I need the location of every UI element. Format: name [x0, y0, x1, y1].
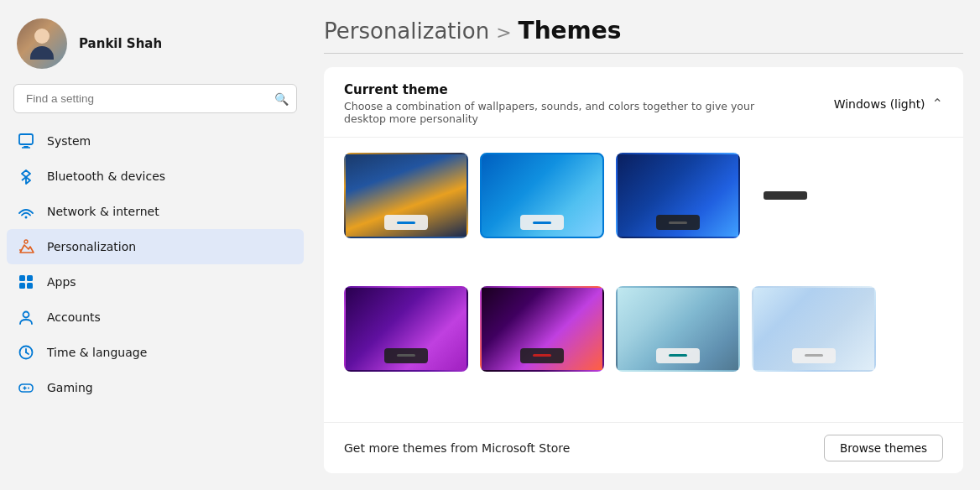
bottom-bar: Get more themes from Microsoft Store Bro…: [324, 422, 963, 473]
user-section: Pankil Shah: [0, 0, 310, 84]
sidebar-item-accounts[interactable]: Accounts: [7, 300, 304, 335]
chevron-up-icon: ⌃: [932, 96, 943, 112]
svg-point-18: [28, 388, 29, 389]
accounts-icon: [17, 308, 35, 326]
svg-line-14: [26, 352, 29, 354]
theme-card-1[interactable]: [344, 153, 468, 238]
sidebar-label-personalization: Personalization: [47, 240, 136, 253]
minibar-dash-3: [669, 222, 687, 224]
breadcrumb: Personalization > Themes: [324, 17, 963, 44]
browse-themes-button[interactable]: Browse themes: [824, 435, 943, 461]
network-icon: [17, 202, 35, 221]
theme-card-4[interactable]: [344, 286, 468, 372]
theme-card-2[interactable]: [480, 153, 604, 238]
svg-rect-0: [19, 134, 33, 144]
theme-minibar-3: [656, 215, 700, 230]
theme-placeholder: [752, 153, 819, 238]
sidebar-item-personalization[interactable]: Personalization: [7, 229, 304, 264]
page-title: Themes: [519, 17, 622, 44]
apps-icon: [17, 273, 35, 291]
bluetooth-icon: [17, 167, 35, 185]
minibar-dash-2: [533, 222, 551, 224]
time-icon: [17, 343, 35, 362]
svg-rect-10: [27, 283, 33, 289]
theme-card-3[interactable]: [616, 153, 740, 238]
theme-minibar-2: [520, 215, 564, 230]
sidebar-label-system: System: [47, 134, 91, 148]
minibar-dash-7: [805, 354, 823, 357]
themes-grid: [324, 138, 963, 422]
sidebar-label-apps: Apps: [47, 275, 76, 289]
breadcrumb-separator: >: [496, 22, 511, 43]
current-theme-section: Current theme Choose a combination of wa…: [324, 67, 963, 138]
sidebar-item-bluetooth[interactable]: Bluetooth & devices: [7, 159, 304, 194]
minibar-dash-1: [397, 222, 415, 224]
minibar-dash-6: [669, 354, 687, 357]
svg-rect-8: [27, 275, 33, 281]
gaming-icon: [17, 378, 35, 397]
sidebar-label-time: Time & language: [47, 346, 147, 359]
theme-header-left: Current theme Choose a combination of wa…: [344, 82, 780, 125]
personalization-icon: [17, 237, 35, 256]
sidebar-item-system[interactable]: System: [7, 123, 304, 159]
avatar: [17, 18, 67, 69]
main-content: Personalization > Themes Current theme C…: [310, 0, 980, 490]
nav-list: System Bluetooth & devices Network & int…: [0, 120, 310, 490]
sidebar-item-apps[interactable]: Apps: [7, 264, 304, 300]
sidebar-label-accounts: Accounts: [47, 310, 101, 324]
search-icon: 🔍: [274, 92, 289, 106]
page-header: Personalization > Themes: [324, 17, 963, 54]
svg-point-11: [23, 312, 29, 318]
sidebar: Pankil Shah 🔍 System Bluetooth: [0, 0, 310, 490]
svg-rect-7: [19, 275, 25, 281]
theme-minibar-7: [792, 348, 836, 363]
sidebar-label-network: Network & internet: [47, 205, 159, 218]
theme-minibar-6: [656, 348, 700, 363]
sidebar-label-gaming: Gaming: [47, 381, 93, 394]
active-theme-name[interactable]: Windows (light) ⌃: [834, 96, 943, 112]
theme-minibar-4: [384, 348, 428, 363]
sidebar-item-network[interactable]: Network & internet: [7, 194, 304, 229]
sidebar-label-bluetooth: Bluetooth & devices: [47, 169, 165, 183]
current-theme-title: Current theme: [344, 82, 780, 97]
minibar-dash-4: [397, 354, 415, 357]
search-input[interactable]: [13, 84, 297, 113]
theme-card-5[interactable]: [480, 286, 604, 372]
current-theme-desc: Choose a combination of wallpapers, soun…: [344, 100, 780, 125]
user-name: Pankil Shah: [79, 36, 162, 51]
svg-point-6: [24, 240, 28, 243]
sidebar-item-time[interactable]: Time & language: [7, 335, 304, 370]
theme-card-7[interactable]: [752, 286, 876, 372]
placeholder-bar: [764, 191, 807, 200]
theme-minibar-5: [520, 348, 564, 363]
search-box: 🔍: [13, 84, 297, 113]
theme-card-6[interactable]: [616, 286, 740, 372]
sidebar-item-gaming[interactable]: Gaming: [7, 370, 304, 405]
minibar-dash-5: [533, 354, 551, 357]
svg-point-4: [25, 216, 28, 219]
svg-rect-9: [19, 283, 25, 289]
ms-store-text: Get more themes from Microsoft Store: [344, 441, 570, 455]
themes-card: Current theme Choose a combination of wa…: [324, 67, 963, 473]
system-icon: [17, 132, 35, 150]
breadcrumb-parent: Personalization: [324, 18, 489, 44]
theme-minibar-1: [384, 215, 428, 230]
